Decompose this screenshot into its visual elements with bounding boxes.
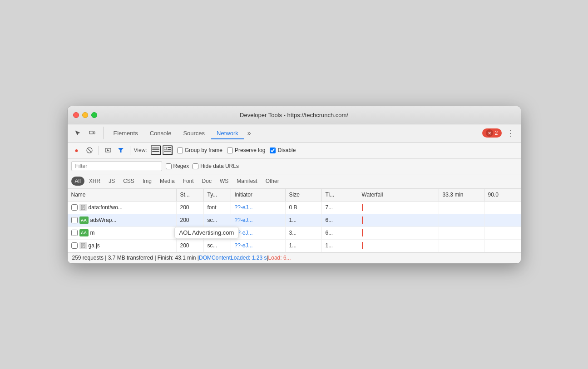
td-extra2-1 (484, 202, 521, 214)
hide-data-urls-text: Hide data URLs (200, 163, 239, 169)
row-checkbox-1[interactable] (71, 204, 78, 211)
waterfall-marker-2 (362, 216, 363, 224)
record-button[interactable]: ● (71, 145, 82, 156)
hide-data-urls-label[interactable]: Hide data URLs (193, 163, 239, 169)
th-size[interactable]: Size (286, 189, 322, 201)
filter-input[interactable] (71, 161, 162, 171)
row-name-3: m (90, 230, 95, 236)
file-icon-4 (79, 242, 87, 249)
devtools-window: Developer Tools - https://techcrunch.com… (67, 106, 521, 264)
tab-more[interactable]: » (245, 128, 254, 138)
preserve-log-checkbox[interactable] (227, 148, 233, 153)
td-time-3: 6... (322, 227, 358, 239)
error-badge[interactable]: ✕ 2 (482, 128, 502, 138)
cursor-tool-button[interactable] (71, 127, 84, 139)
td-initiator-2[interactable]: ??-eJ... (231, 214, 286, 226)
td-time-4: 1... (322, 240, 358, 252)
table-header: Name St... Ty... Initiator Size Ti... Wa… (68, 189, 521, 202)
td-size-4: 1... (286, 240, 322, 252)
type-tab-ws[interactable]: WS (216, 177, 232, 186)
type-tab-css[interactable]: CSS (119, 177, 138, 186)
th-33min[interactable]: 33.3 min (439, 189, 484, 201)
disable-cache-label[interactable]: Disable (270, 147, 296, 153)
waterfall-marker-3 (362, 229, 363, 236)
table-row[interactable]: AA adsWrap... 200 sc... ??-eJ... 1... 6.… (68, 214, 521, 227)
td-status-4: 200 (177, 240, 204, 252)
th-status[interactable]: St... (177, 189, 204, 201)
td-extra2-2 (484, 214, 521, 226)
waterfall-bar-2 (362, 214, 365, 226)
td-time-1: 7... (322, 202, 358, 214)
group-by-frame-label[interactable]: Group by frame (177, 147, 222, 153)
type-tab-doc[interactable]: Doc (198, 177, 215, 186)
td-name-4: ga.js (68, 240, 177, 252)
type-tab-font[interactable]: Font (179, 177, 198, 186)
table-row[interactable]: AA m ??-eJ... 3... 6... (68, 227, 521, 240)
td-status-2: 200 (177, 214, 204, 226)
td-initiator-4[interactable]: ??-eJ... (231, 240, 286, 252)
td-extra1-1 (439, 202, 484, 214)
tab-elements[interactable]: Elements (108, 127, 143, 139)
svg-marker-6 (118, 148, 124, 153)
camera-button[interactable] (103, 145, 114, 156)
clear-button[interactable] (84, 145, 95, 156)
type-tab-xhr[interactable]: XHR (85, 177, 104, 186)
type-tab-media[interactable]: Media (156, 177, 178, 186)
row-checkbox-3[interactable] (71, 230, 78, 236)
row-checkbox-4[interactable] (71, 242, 78, 249)
group-by-frame-checkbox[interactable] (177, 148, 183, 153)
th-type[interactable]: Ty... (204, 189, 231, 201)
waterfall-bar-3 (362, 227, 365, 239)
view-compact-button[interactable] (163, 145, 173, 155)
regex-label[interactable]: Regex (166, 163, 189, 169)
tooltip-text: AOL Advertising.com (179, 229, 234, 236)
svg-rect-8 (152, 149, 159, 150)
regex-checkbox[interactable] (166, 163, 172, 169)
window-title: Developer Tools - https://techcrunch.com… (240, 112, 348, 118)
svg-rect-1 (94, 132, 95, 134)
disable-cache-checkbox[interactable] (270, 148, 276, 153)
tab-console[interactable]: Console (144, 127, 177, 139)
td-extra1-2 (439, 214, 484, 226)
th-waterfall[interactable]: Waterfall (358, 189, 439, 201)
view-list-button[interactable] (151, 145, 161, 155)
minimize-button[interactable] (82, 112, 88, 118)
menu-dots-button[interactable]: ⋮ (504, 127, 517, 139)
devtools-tab-bar: Elements Console Sources Network » ✕ 2 ⋮ (68, 124, 521, 143)
td-waterfall-2 (358, 214, 439, 226)
type-tab-manifest[interactable]: Manifest (233, 177, 261, 186)
td-initiator-3[interactable]: ??-eJ... (231, 227, 286, 239)
table-row[interactable]: data:font/wo... 200 font ??-eJ... 0 B 7.… (68, 202, 521, 214)
th-90[interactable]: 90.0 (484, 189, 521, 201)
svg-marker-5 (107, 149, 109, 151)
close-button[interactable] (73, 112, 79, 118)
th-name[interactable]: Name (68, 189, 177, 201)
preserve-log-label[interactable]: Preserve log (227, 147, 265, 153)
waterfall-marker-4 (362, 242, 363, 249)
waterfall-bar-4 (362, 240, 365, 252)
table-row[interactable]: ga.js 200 sc... ??-eJ... 1... 1... (68, 240, 521, 252)
th-initiator[interactable]: Initiator (231, 189, 286, 201)
tab-network[interactable]: Network (211, 127, 244, 139)
td-initiator-1[interactable]: ??-eJ... (231, 202, 286, 214)
error-x-icon: ✕ (486, 129, 493, 137)
type-tab-other[interactable]: Other (262, 177, 283, 186)
row-checkbox-2[interactable] (71, 217, 78, 223)
maximize-button[interactable] (91, 112, 97, 118)
tab-sources[interactable]: Sources (178, 127, 210, 139)
td-type-2: sc... (204, 214, 231, 226)
type-tab-all[interactable]: All (71, 177, 84, 186)
svg-rect-0 (89, 131, 93, 134)
view-label: View: (134, 147, 147, 153)
filter-bar: Regex Hide data URLs (68, 159, 521, 174)
svg-rect-10 (164, 147, 167, 150)
waterfall-bar-1 (362, 202, 365, 214)
type-tab-img[interactable]: Img (139, 177, 155, 186)
svg-rect-7 (152, 148, 159, 148)
type-tab-js[interactable]: JS (105, 177, 119, 186)
hide-data-urls-checkbox[interactable] (193, 163, 198, 169)
device-toolbar-button[interactable] (86, 127, 99, 139)
th-time[interactable]: Ti... (322, 189, 358, 201)
td-extra2-4 (484, 240, 521, 252)
filter-button[interactable] (115, 145, 126, 156)
